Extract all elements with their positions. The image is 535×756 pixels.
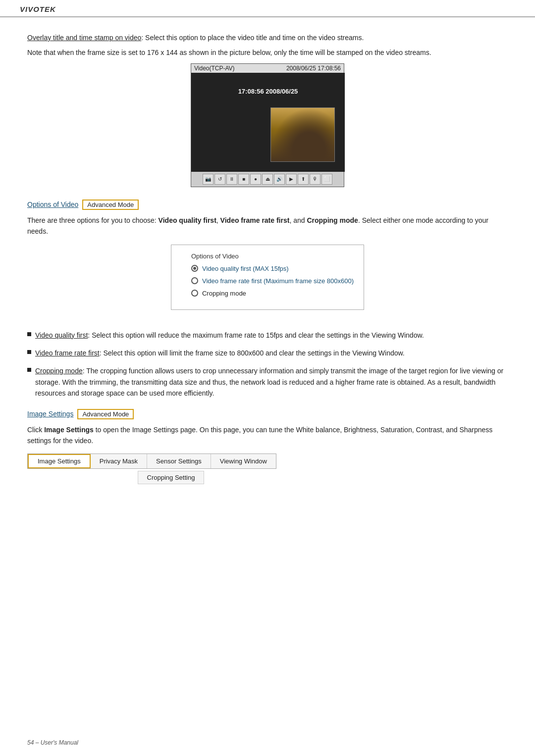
video-preview-container: Video(TCP-AV) 2008/06/25 17:08:56 17:08:… [27, 63, 508, 187]
bullet-list: Video quality first: Select this option … [27, 330, 508, 399]
image-settings-button[interactable]: Image Settings [28, 454, 91, 468]
sensor-settings-button[interactable]: Sensor Settings [147, 454, 211, 468]
bullet-text-quality: Video quality first: Select this option … [35, 330, 424, 341]
video-title-bar: Video(TCP-AV) 2008/06/25 17:08:56 [191, 64, 344, 73]
image-settings-heading: Image Settings Advanced Mode [27, 409, 508, 419]
bullet-square-cropping [27, 368, 31, 372]
advanced-mode-badge-2[interactable]: Advanced Mode [77, 409, 134, 419]
options-box: Options of Video Video quality first (MA… [171, 245, 364, 310]
main-content: Overlay title and time stamp on video: S… [0, 17, 535, 504]
radio-circle-cropping [191, 290, 198, 297]
overlay-desc: : Select this option to place the video … [141, 34, 364, 42]
options-heading: Options of Video Advanced Mode [27, 200, 508, 210]
bullet-link-quality[interactable]: Video quality first [35, 331, 88, 339]
video-frame: 17:08:56 2008/06/25 [191, 73, 345, 172]
ctrl-btn-eject[interactable]: ⏏ [262, 174, 273, 185]
privacy-mask-button[interactable]: Privacy Mask [91, 454, 147, 468]
radio-circle-framerate [191, 277, 198, 284]
bullet-square-framerate [27, 350, 31, 354]
bullet-item-quality: Video quality first: Select this option … [27, 330, 508, 341]
image-settings-desc: Click Image Settings to open the Image S… [27, 424, 508, 447]
radio-circle-quality [191, 265, 198, 272]
ctrl-btn-audio[interactable]: 🔊 [274, 174, 285, 185]
ctrl-btn-play[interactable]: ▶ [286, 174, 297, 185]
ctrl-btn-screen[interactable]: ⬜ [321, 174, 332, 185]
options-of-video-link[interactable]: Options of Video [27, 201, 78, 208]
radio-label-framerate: Video frame rate first (Maximum frame si… [202, 277, 354, 285]
cropping-btn-row: Cropping Setting [27, 471, 315, 484]
bullet-link-cropping[interactable]: Cropping mode [35, 367, 83, 375]
viewing-window-button[interactable]: Viewing Window [211, 454, 276, 468]
ctrl-btn-camera[interactable]: 📷 [203, 174, 214, 185]
video-controls-bar: 📷 ↺ ⏸ ■ ● ⏏ 🔊 ▶ ⬆ 🎙 ⬜ [191, 172, 344, 187]
bullet-square-quality [27, 332, 31, 336]
radio-label-cropping: Cropping mode [202, 290, 246, 297]
bullet-text-cropping: Cropping mode: The cropping function all… [35, 365, 508, 399]
ctrl-btn-up[interactable]: ⬆ [298, 174, 309, 185]
frame-note: Note that when the frame size is set to … [27, 47, 508, 58]
radio-item-framerate[interactable]: Video frame rate first (Maximum frame si… [191, 277, 354, 285]
video-title-left: Video(TCP-AV) [194, 65, 235, 72]
radio-dot-quality [193, 267, 196, 270]
bullet-item-cropping: Cropping mode: The cropping function all… [27, 365, 508, 399]
advanced-mode-badge-1[interactable]: Advanced Mode [82, 200, 139, 210]
bullet-text-framerate: Video frame rate first: Select this opti… [35, 348, 405, 358]
options-box-title: Options of Video [191, 252, 354, 260]
page-footer: 54 – User's Manual [27, 739, 78, 746]
image-settings-link[interactable]: Image Settings [27, 410, 73, 418]
room-inner [271, 108, 334, 161]
page-header: VIVOTEK [0, 0, 535, 17]
ctrl-btn-record[interactable]: ● [250, 174, 261, 185]
video-title-right: 2008/06/25 17:08:56 [286, 65, 341, 72]
radio-label-quality: Video quality first (MAX 15fps) [202, 265, 289, 272]
overlay-intro: Overlay title and time stamp on video: S… [27, 32, 508, 43]
ctrl-btn-stop[interactable]: ■ [238, 174, 249, 185]
ctrl-btn-refresh[interactable]: ↺ [214, 174, 225, 185]
radio-item-cropping[interactable]: Cropping mode [191, 290, 354, 297]
video-box: Video(TCP-AV) 2008/06/25 17:08:56 17:08:… [191, 63, 344, 187]
footer-text: 54 – User's Manual [27, 739, 78, 746]
room-image [270, 107, 335, 162]
ctrl-btn-mic[interactable]: 🎙 [310, 174, 321, 185]
cropping-setting-button[interactable]: Cropping Setting [138, 471, 205, 484]
bullet-link-framerate[interactable]: Video frame rate first [35, 349, 100, 357]
bullet-item-framerate: Video frame rate first: Select this opti… [27, 348, 508, 358]
options-description: There are three options for you to choos… [27, 215, 508, 237]
video-timestamp: 17:08:56 2008/06/25 [238, 88, 298, 95]
settings-buttons-container: Image Settings Privacy Mask Sensor Setti… [27, 454, 276, 469]
brand-logo: VIVOTEK [20, 5, 56, 13]
overlay-title-link[interactable]: Overlay title and time stamp on video [27, 34, 141, 42]
radio-item-quality[interactable]: Video quality first (MAX 15fps) [191, 265, 354, 272]
ctrl-btn-pause[interactable]: ⏸ [226, 174, 237, 185]
image-settings-section: Image Settings Advanced Mode Click Image… [27, 409, 508, 485]
